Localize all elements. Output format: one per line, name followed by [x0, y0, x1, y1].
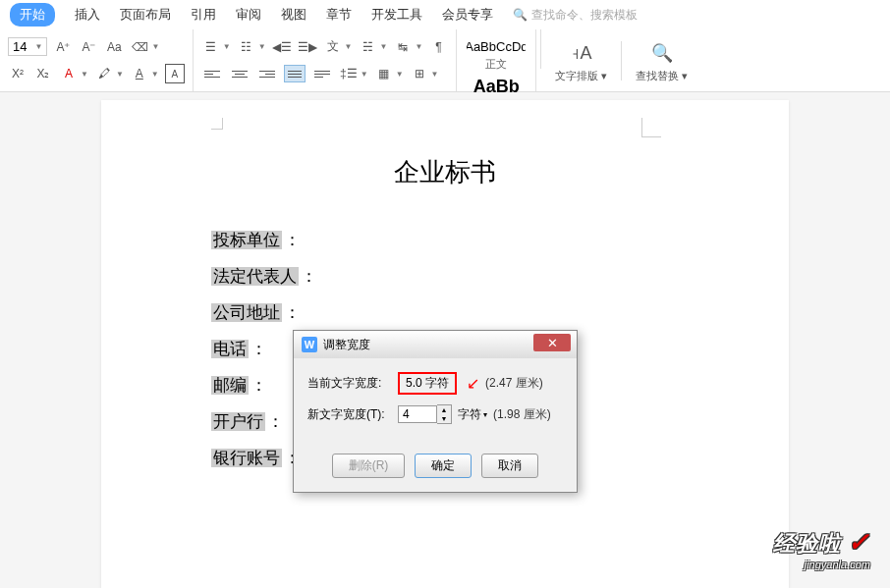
watermark-url: jingyanla.com: [773, 559, 870, 570]
menu-bar: 开始 插入 页面布局 引用 审阅 视图 章节 开发工具 会员专享 🔍 查找命令、…: [0, 0, 890, 29]
bullet-list-icon[interactable]: ☰: [201, 37, 221, 57]
increase-indent-icon[interactable]: ☰▶: [298, 37, 317, 57]
magnifier-icon: 🔍: [636, 37, 688, 69]
font-size-value: 14: [13, 39, 27, 54]
menu-page-layout[interactable]: 页面布局: [120, 6, 171, 24]
style-label: 正文: [467, 57, 526, 72]
menu-review[interactable]: 审阅: [236, 6, 261, 24]
find-replace-label: 查找替换 ▾: [636, 69, 688, 83]
chevron-down-icon: ▼: [116, 70, 124, 79]
show-marks-icon[interactable]: ¶: [428, 37, 448, 57]
app-icon: W: [302, 337, 317, 352]
menu-dev-tools[interactable]: 开发工具: [371, 6, 422, 24]
current-width-value: 5.0 字符: [398, 372, 457, 395]
paragraph-section: ☰▼ ☷▼ ◀☰ ☰▶ 文▼ ☵▼ ↹▼ ¶ ‡☰▼ ▦▼ ⊞▼: [194, 29, 458, 91]
margin-marker: [641, 118, 661, 137]
subscript-icon[interactable]: X₂: [33, 64, 53, 83]
char-border-icon[interactable]: A: [165, 64, 185, 83]
spinner-up-icon[interactable]: ▲: [437, 405, 451, 414]
new-width-input[interactable]: [398, 405, 437, 423]
doc-line: 公司地址：: [211, 301, 679, 324]
align-center-icon[interactable]: [229, 65, 250, 82]
text-layout-label: 文字排版 ▾: [555, 69, 607, 83]
decrease-font-icon[interactable]: A⁻: [79, 37, 98, 57]
text-layout-icon: ⫞A: [555, 37, 607, 69]
menu-start[interactable]: 开始: [10, 3, 55, 27]
close-icon[interactable]: ✕: [533, 334, 571, 351]
tab-icon[interactable]: ↹: [393, 37, 413, 57]
menu-reference[interactable]: 引用: [191, 6, 216, 24]
search-icon: 🔍: [513, 8, 528, 22]
align-right-icon[interactable]: [256, 65, 278, 82]
align-justify-icon[interactable]: [284, 65, 306, 82]
sort-icon[interactable]: ☵: [359, 37, 378, 57]
menu-insert[interactable]: 插入: [75, 6, 100, 24]
change-case-icon[interactable]: Aa: [104, 37, 124, 57]
chevron-down-icon: ▼: [81, 70, 88, 79]
font-color-icon[interactable]: A: [59, 64, 79, 83]
chevron-down-icon: ▼: [34, 42, 42, 51]
number-list-icon[interactable]: ☷: [237, 37, 256, 57]
dialog-body: 当前文字宽度: 5.0 字符 ↙ (2.47 厘米) 新文字宽度(T): ▲ ▼…: [294, 358, 577, 448]
line-spacing-icon[interactable]: ‡☰: [339, 64, 359, 83]
watermark-text: 经验啦 ✓: [773, 527, 870, 559]
clear-format-icon[interactable]: ⌫: [130, 37, 149, 57]
text-direction-icon[interactable]: 文: [323, 37, 343, 57]
font-size-selector[interactable]: 14 ▼: [8, 37, 47, 56]
text-layout-button[interactable]: ⫞A 文字排版 ▾: [545, 33, 617, 87]
menu-chapter[interactable]: 章节: [326, 6, 352, 24]
superscript-icon[interactable]: X²: [8, 64, 28, 83]
align-distribute-icon[interactable]: [311, 65, 333, 82]
new-width-label: 新文字宽度(T):: [307, 406, 398, 423]
new-width-cm: (1.98 厘米): [493, 406, 551, 423]
font-section: 14 ▼ A⁺ A⁻ Aa ⌫ ▼ X² X₂ A ▼ 🖍 ▼ A ▼ A: [0, 29, 194, 91]
border-icon[interactable]: ⊞: [410, 64, 429, 83]
arrow-icon: ↙: [467, 374, 479, 393]
cancel-button[interactable]: 取消: [481, 454, 538, 478]
dialog-title-text: 调整宽度: [323, 337, 370, 353]
decrease-indent-icon[interactable]: ◀☰: [272, 37, 292, 57]
unit-dropdown[interactable]: 字符▾: [458, 406, 487, 423]
shading-icon[interactable]: ▦: [374, 64, 394, 83]
margin-marker: [211, 118, 223, 130]
search-placeholder: 查找命令、搜索模板: [531, 7, 638, 24]
doc-line: 投标单位：: [211, 229, 679, 251]
find-replace-button[interactable]: 🔍 查找替换 ▾: [626, 33, 697, 87]
increase-font-icon[interactable]: A⁺: [53, 37, 73, 57]
current-width-cm: (2.47 厘米): [485, 375, 543, 392]
spinner-buttons: ▲ ▼: [437, 404, 452, 424]
menu-vip[interactable]: 会员专享: [442, 6, 493, 24]
right-tools: ⫞A 文字排版 ▾ 🔍 查找替换 ▾: [545, 29, 697, 91]
current-width-row: 当前文字宽度: 5.0 字符 ↙ (2.47 厘米): [307, 372, 563, 395]
dialog-titlebar[interactable]: W 调整宽度 ✕: [294, 331, 577, 358]
menu-view[interactable]: 视图: [281, 6, 306, 24]
style-preview: AaBbCcDd: [467, 35, 526, 57]
align-left-icon[interactable]: [201, 65, 223, 82]
dialog-buttons: 删除(R) 确定 取消: [294, 448, 577, 492]
spinner-down-icon[interactable]: ▼: [437, 414, 451, 423]
chevron-down-icon: ▼: [151, 70, 159, 79]
styles-section: AaBbCcDd 正文 AaBb 标题 1 AaBb( 标题 2 AaBbC 标…: [457, 29, 536, 91]
ribbon-toolbar: 14 ▼ A⁺ A⁻ Aa ⌫ ▼ X² X₂ A ▼ 🖍 ▼ A ▼ A ☰▼…: [0, 29, 890, 92]
highlight-icon[interactable]: 🖍: [94, 64, 114, 83]
adjust-width-dialog: W 调整宽度 ✕ 当前文字宽度: 5.0 字符 ↙ (2.47 厘米) 新文字宽…: [293, 330, 578, 493]
chevron-down-icon: ▼: [151, 42, 159, 51]
watermark: 经验啦 ✓ jingyanla.com: [773, 527, 870, 570]
doc-line: 法定代表人：: [211, 265, 679, 288]
delete-button[interactable]: 删除(R): [332, 454, 406, 478]
check-icon: ✓: [848, 527, 870, 557]
current-width-label: 当前文字宽度:: [307, 375, 398, 392]
new-width-row: 新文字宽度(T): ▲ ▼ 字符▾ (1.98 厘米): [307, 404, 563, 424]
style-normal[interactable]: AaBbCcDd 正文: [465, 33, 528, 74]
command-search[interactable]: 🔍 查找命令、搜索模板: [513, 7, 638, 24]
font-name-icon[interactable]: A: [130, 64, 149, 83]
ok-button[interactable]: 确定: [415, 454, 472, 478]
document-title: 企业标书: [211, 155, 679, 189]
